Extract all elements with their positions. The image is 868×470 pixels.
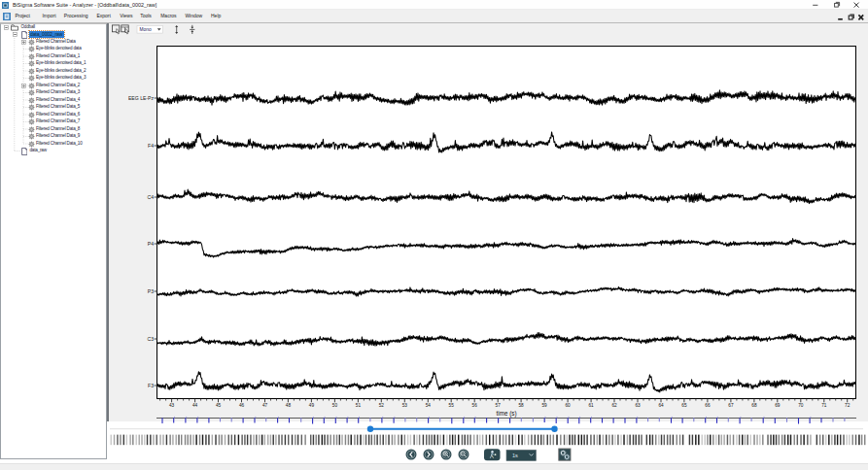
svg-text:51: 51 [356, 403, 362, 408]
svg-text:47: 47 [262, 403, 268, 408]
svg-text:46: 46 [239, 403, 245, 408]
svg-text:C3: C3 [147, 336, 154, 342]
svg-text:1s: 1s [512, 453, 518, 458]
svg-text:63: 63 [635, 403, 641, 408]
svg-text:P3: P3 [148, 288, 154, 294]
svg-text:52: 52 [379, 403, 385, 408]
svg-text:68: 68 [751, 403, 757, 408]
svg-text:EEG LE-Pz: EEG LE-Pz [128, 95, 154, 101]
svg-text:Mono: Mono [140, 27, 152, 32]
svg-text:60: 60 [565, 403, 571, 408]
svg-text:43: 43 [169, 403, 175, 408]
svg-text:59: 59 [541, 403, 547, 408]
svg-text:F3: F3 [148, 383, 154, 388]
svg-text:45: 45 [216, 403, 222, 408]
svg-text:44: 44 [192, 403, 198, 408]
svg-text:C4: C4 [147, 194, 154, 200]
svg-text:53: 53 [402, 403, 408, 408]
svg-text:58: 58 [518, 403, 524, 408]
svg-text:50: 50 [332, 403, 338, 408]
svg-text:time (s): time (s) [497, 410, 517, 418]
svg-text:66: 66 [705, 403, 711, 408]
svg-text:71: 71 [821, 403, 827, 408]
svg-text:56: 56 [472, 403, 478, 408]
svg-text:49: 49 [309, 403, 315, 408]
svg-text:P4: P4 [148, 241, 154, 247]
svg-text:67: 67 [728, 403, 734, 408]
svg-text:F4: F4 [148, 143, 154, 149]
svg-text:64: 64 [658, 403, 664, 408]
svg-text:61: 61 [588, 403, 594, 408]
svg-text:70: 70 [798, 403, 804, 408]
svg-text:62: 62 [611, 403, 617, 408]
svg-text:65: 65 [681, 403, 687, 408]
svg-text:69: 69 [775, 403, 781, 408]
svg-text:48: 48 [286, 403, 292, 408]
svg-text:72: 72 [845, 403, 851, 408]
svg-text:55: 55 [449, 403, 455, 408]
svg-text:57: 57 [496, 403, 502, 408]
svg-text:54: 54 [426, 403, 432, 408]
